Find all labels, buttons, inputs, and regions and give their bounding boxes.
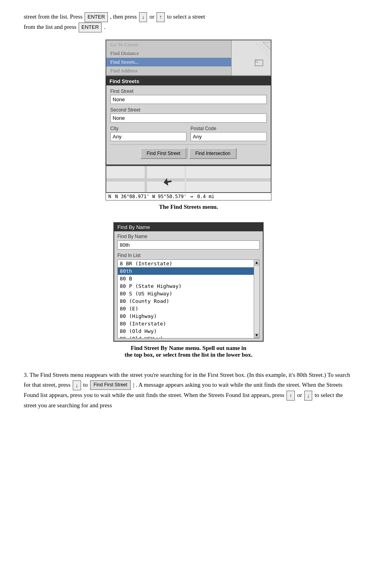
intro-or: or <box>149 13 156 20</box>
intro-paragraph: street from the list. Press ENTER , then… <box>24 12 353 32</box>
down-arrow-key-3: ↓ <box>304 391 313 401</box>
para-text4: you to wait while the unit finds the str… <box>84 392 286 398</box>
postal-col: Postal Code Any <box>190 126 267 141</box>
find-in-list-label: Find In List <box>117 253 260 258</box>
city-label: City <box>110 126 187 131</box>
first-street-label: First Street <box>110 89 267 94</box>
find-name-title: Find By Name <box>114 223 263 231</box>
find-by-name-container: Find By Name Find By Name 80th Find In L… <box>24 222 353 365</box>
scrollbar-track <box>254 265 259 333</box>
postal-code-input[interactable]: Any <box>190 132 267 141</box>
find-by-name-label: Find By Name <box>117 234 260 239</box>
menu-screenshot-container: Go To Cursor Find Distance Find Streets.… <box>24 40 353 217</box>
find-list-item[interactable]: 80 (Old Hwy) <box>118 327 254 335</box>
find-intersection-button[interactable]: Find Intersection <box>189 148 237 159</box>
find-list-scrollbar[interactable]: ▲ ▼ <box>254 260 259 338</box>
intro-line1-end: to select a street <box>167 13 205 20</box>
up-arrow-key: ↑ <box>156 12 165 22</box>
para-num: 3. <box>24 372 28 378</box>
second-street-input[interactable]: None <box>110 113 267 123</box>
menu-item-find-distance[interactable]: Find Distance <box>106 49 231 58</box>
dropdown-area: Go To Cursor Find Distance Find Streets.… <box>106 40 271 200</box>
dropdown-menu: Go To Cursor Find Distance Find Streets.… <box>106 40 231 76</box>
find-first-street-button[interactable]: Find First Street <box>140 148 187 159</box>
find-name-body: Find By Name 80th Find In List 8 BR (Int… <box>114 231 263 341</box>
svg-rect-0 <box>232 42 271 74</box>
scale-arrow: ↔ <box>190 194 193 199</box>
second-street-label: Second Street <box>110 107 267 113</box>
btn-separator <box>187 148 188 159</box>
intro-period: . <box>104 24 106 30</box>
dialog-title: Find Streets <box>106 77 271 85</box>
scrollbar-up-button[interactable]: ▲ <box>254 260 260 265</box>
find-list-item[interactable]: 8 BR (Interstate) <box>118 260 254 267</box>
find-list-item[interactable]: 80 B <box>118 275 254 282</box>
find-list[interactable]: 8 BR (Interstate)80th80 B80 P (State Hig… <box>117 259 260 338</box>
find-streets-caption: The Find Streets menu. <box>159 204 218 210</box>
find-by-name-caption: Find Street By Name menu. Spell out name… <box>124 345 253 358</box>
find-list-item[interactable]: 80 (E) <box>118 305 254 312</box>
find-list-item[interactable]: 80 (County Road) <box>118 297 254 305</box>
scale-value: 0.4 mi <box>197 194 214 199</box>
dropdown-with-map: Go To Cursor Find Distance Find Streets.… <box>106 40 271 76</box>
find-name-input[interactable]: 80th <box>117 240 260 250</box>
map-status-bar: N N 36°08.971' W 95°50.579' ↔ 0.4 mi <box>106 193 271 200</box>
enter-key-2: ENTER <box>79 23 102 32</box>
city-col: City Any <box>110 126 187 141</box>
find-by-name-dialog: Find By Name Find By Name 80th Find In L… <box>113 222 264 342</box>
para-to: to <box>83 382 89 388</box>
find-first-street-inline-btn: Find First Street <box>90 380 131 390</box>
para-or: or <box>297 392 303 398</box>
first-street-input[interactable]: None <box>110 95 267 104</box>
map-thumbnail <box>231 40 271 76</box>
down-arrow-key: ↓ <box>139 12 147 22</box>
find-list-item[interactable]: 80 (Interstate) <box>118 320 254 327</box>
intro-line1-start: street from the list. Press <box>24 13 83 20</box>
up-arrow-key-2: ↑ <box>287 391 295 401</box>
page-content: street from the list. Press ENTER , then… <box>24 12 353 410</box>
scrollbar-down-button[interactable]: ▼ <box>254 333 260 338</box>
down-arrow-key-2: ↓ <box>73 380 81 390</box>
compass-n: N <box>108 194 111 199</box>
find-list-item[interactable]: 80 S (US Highway) <box>118 290 254 297</box>
menu-item-find-streets[interactable]: Find Streets... <box>106 58 231 66</box>
map-mini <box>106 165 271 193</box>
city-postal-row: City Any Postal Code Any <box>110 126 267 141</box>
enter-key-1: ENTER <box>85 12 107 22</box>
intro-line1-mid: , then press <box>110 13 138 20</box>
find-list-item[interactable]: 80 P (State Highway) <box>118 282 254 290</box>
find-streets-dialog: Find Streets First Street None Second St… <box>106 76 271 165</box>
find-list-item[interactable]: 80 (Old USHwy) <box>118 335 254 338</box>
menu-item-find-address[interactable]: Find Address <box>106 66 231 76</box>
postal-code-label: Postal Code <box>190 126 267 131</box>
intro-line2: from the list and press <box>24 24 76 30</box>
find-list-item[interactable]: 80 (Highway) <box>118 312 254 320</box>
dialog-body: First Street None Second Street None Cit… <box>106 85 271 164</box>
city-input[interactable]: Any <box>110 132 187 141</box>
dialog-buttons: Find First Street Find Intersection <box>110 144 267 159</box>
body-paragraph-3: 3. The Find Streets menu reappears with … <box>24 370 353 410</box>
find-list-item[interactable]: 80th <box>118 267 254 275</box>
coordinates: N 36°08.971' W 95°50.579' <box>115 194 187 199</box>
menu-item-go-to-cursor[interactable]: Go To Cursor <box>106 40 231 49</box>
para-separator: | <box>133 382 136 388</box>
